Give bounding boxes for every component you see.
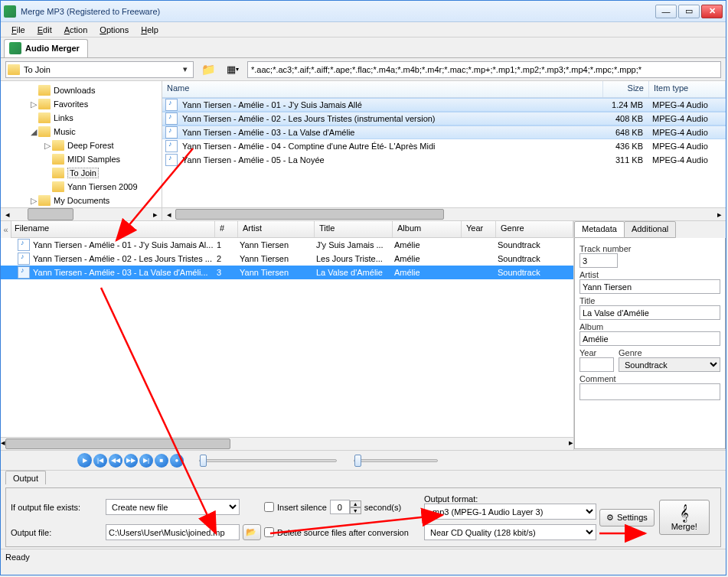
menu-options[interactable]: Options	[93, 24, 135, 36]
tree-node[interactable]: To Join	[1, 166, 162, 180]
tree-node[interactable]: Yann Tiersen 2009	[1, 180, 162, 194]
ffwd-button[interactable]: ▶▶	[124, 454, 138, 468]
play-button[interactable]: ▶	[77, 453, 92, 468]
next-button[interactable]: ▶|	[139, 454, 153, 468]
file-list-body[interactable]: Yann Tiersen - Amélie - 01 - J'y Suis Ja…	[162, 98, 726, 207]
record-button[interactable]: ●	[170, 454, 184, 468]
menu-edit[interactable]: Edit	[31, 24, 58, 36]
queue-row[interactable]: Yann Tiersen - Amélie - 01 - J'y Suis Ja…	[1, 238, 573, 252]
col-type[interactable]: Item type	[649, 81, 726, 97]
merge-button[interactable]: 𝄞Merge!	[659, 500, 710, 535]
quality-select[interactable]: Near CD Quality (128 kbit/s)	[424, 524, 596, 540]
expand-icon[interactable]: ◢	[28, 127, 38, 137]
queue-hscrollbar[interactable]: ◂▸	[1, 437, 573, 450]
tree-hscrollbar[interactable]: ◂▸	[1, 207, 162, 220]
queue-body[interactable]: Yann Tiersen - Amélie - 01 - J'y Suis Ja…	[1, 238, 573, 437]
col-title[interactable]: Title	[315, 221, 393, 237]
tree-node[interactable]: Links	[1, 111, 162, 125]
format-select[interactable]: .mp3 (MPEG-1 Audio Layer 3)	[424, 504, 596, 520]
year-field[interactable]	[579, 357, 614, 372]
queue-row[interactable]: Yann Tiersen - Amélie - 02 - Les Jours T…	[1, 252, 573, 266]
queue-row[interactable]: Yann Tiersen - Amélie - 03 - La Valse d'…	[1, 266, 573, 279]
spin-down-icon[interactable]: ▼	[350, 507, 361, 514]
col-genre[interactable]: Genre	[496, 221, 573, 237]
exists-select[interactable]: Create new file	[106, 499, 240, 515]
stop-button[interactable]: ■	[155, 454, 168, 468]
col-num[interactable]: #	[215, 221, 238, 237]
close-button[interactable]: ✕	[701, 5, 723, 18]
view-mode-button[interactable]: ▦▾	[223, 60, 243, 79]
scroll-left-icon[interactable]: ◂	[162, 208, 175, 220]
file-list-header[interactable]: Name Size Item type	[162, 81, 726, 98]
track-number-field[interactable]	[579, 253, 618, 268]
expand-icon[interactable]: ▷	[28, 99, 38, 109]
volume-slider[interactable]	[354, 459, 438, 462]
col-size[interactable]: Size	[603, 81, 649, 97]
tab-output[interactable]: Output	[5, 471, 46, 484]
title-field[interactable]	[579, 305, 720, 320]
file-row[interactable]: Yann Tiersen - Amélie - 02 - Les Jours T…	[162, 112, 726, 126]
menu-file[interactable]: File	[5, 24, 31, 36]
filelist-hscrollbar[interactable]: ◂▸	[162, 207, 726, 220]
tree-node[interactable]: ▷Deep Forest	[1, 139, 162, 152]
scroll-right-icon[interactable]: ▸	[569, 438, 573, 450]
titlebar[interactable]: Merge MP3 (Registered to Freeware) — ▭ ✕	[1, 1, 726, 22]
file-row[interactable]: Yann Tiersen - Amélie - 01 - J'y Suis Ja…	[162, 98, 726, 112]
slider-thumb[interactable]	[200, 455, 207, 467]
insert-silence-checkbox[interactable]	[264, 502, 274, 512]
folder-tree[interactable]: Downloads▷FavoritesLinks◢Music▷Deep Fore…	[1, 81, 162, 220]
genre-select[interactable]: Soundtrack	[619, 357, 720, 372]
comment-field[interactable]	[579, 383, 720, 400]
folder-dropdown[interactable]: To Join ▾	[5, 61, 194, 78]
tree-node[interactable]: MIDI Samples	[1, 152, 162, 166]
tab-metadata[interactable]: Metadata	[574, 221, 625, 238]
tab-audio-merger[interactable]: Audio Merger	[4, 39, 88, 57]
menu-action[interactable]: Action	[58, 24, 94, 36]
tree-node[interactable]: ◢Music	[1, 125, 162, 139]
file-row[interactable]: Yann Tiersen - Amélie - 03 - La Valse d'…	[162, 126, 726, 139]
tree-node[interactable]: Downloads	[1, 83, 162, 97]
scroll-right-icon[interactable]: ▸	[713, 208, 726, 220]
silence-value[interactable]	[330, 500, 350, 514]
delete-source-checkbox[interactable]	[264, 527, 274, 537]
scroll-thumb[interactable]	[5, 438, 230, 449]
col-artist[interactable]: Artist	[238, 221, 315, 237]
slider-thumb[interactable]	[354, 455, 361, 467]
file-row[interactable]: Yann Tiersen - Amélie - 05 - La Noyée311…	[162, 153, 726, 167]
tab-additional[interactable]: Additional	[624, 221, 676, 238]
scroll-right-icon[interactable]: ▸	[149, 208, 162, 220]
minimize-button[interactable]: —	[655, 5, 677, 18]
rewind-button[interactable]: ◀◀	[109, 454, 122, 468]
col-filename[interactable]: Filename	[1, 221, 215, 237]
tree-node[interactable]: ▷Favorites	[1, 97, 162, 111]
position-slider[interactable]	[199, 459, 337, 462]
prev-button[interactable]: |◀	[93, 454, 107, 468]
expand-icon[interactable]: ▷	[42, 141, 52, 151]
file-type: MPEG-4 Audio	[649, 155, 726, 165]
tree-node[interactable]: ▷My Documents	[1, 194, 162, 207]
settings-button[interactable]: ⚙Settings	[599, 509, 655, 526]
year-label: Year	[579, 348, 614, 357]
up-folder-button[interactable]: 📁	[198, 60, 218, 79]
col-year[interactable]: Year	[462, 221, 496, 237]
col-name[interactable]: Name	[162, 81, 603, 97]
expand-icon[interactable]: ▷	[28, 196, 38, 206]
audio-file-icon	[18, 266, 30, 279]
scroll-left-icon[interactable]: ◂	[1, 208, 14, 220]
browse-button[interactable]: 📂	[243, 524, 261, 540]
artist-field[interactable]	[579, 279, 720, 294]
scroll-thumb[interactable]	[175, 209, 444, 220]
file-filter-field[interactable]: *.aac;*.ac3;*.aif;*.aiff;*.ape;*.flac;*.…	[247, 61, 721, 78]
queue-pane: « Filename # Artist Title Album Year Gen…	[1, 221, 574, 450]
col-album[interactable]: Album	[393, 221, 462, 237]
maximize-button[interactable]: ▭	[678, 5, 700, 18]
album-field[interactable]	[579, 331, 720, 346]
menu-help[interactable]: Help	[135, 24, 165, 36]
queue-header[interactable]: « Filename # Artist Title Album Year Gen…	[1, 221, 573, 238]
file-row[interactable]: Yann Tiersen - Amélie - 04 - Comptine d'…	[162, 139, 726, 153]
silence-spinner[interactable]: ▲▼	[330, 500, 361, 514]
pager-left[interactable]: «	[1, 221, 11, 238]
spin-up-icon[interactable]: ▲	[350, 500, 361, 507]
output-file-field[interactable]	[106, 524, 240, 540]
scroll-thumb[interactable]	[28, 208, 73, 220]
